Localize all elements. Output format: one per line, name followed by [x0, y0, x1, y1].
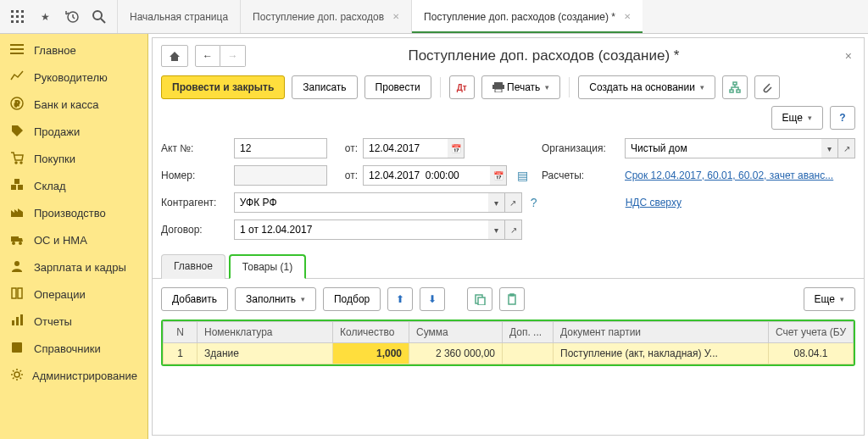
sidebar-item-production[interactable]: Производство	[0, 199, 147, 226]
calendar-icon[interactable]: 📅	[448, 138, 465, 158]
from-label-1: от:	[332, 142, 358, 154]
help-icon[interactable]: ?	[531, 196, 537, 209]
cell-acct[interactable]: 08.04.1	[769, 343, 854, 364]
counterparty-input[interactable]	[234, 192, 488, 213]
sidebar-item-hr[interactable]: Зарплата и кадры	[0, 253, 147, 281]
fill-button[interactable]: Заполнить▾	[235, 287, 316, 311]
open-icon[interactable]: ↗	[505, 220, 522, 240]
svg-point-28	[14, 261, 19, 266]
move-down-button[interactable]: ⬇	[420, 287, 445, 311]
goods-more-button[interactable]: Еще▾	[804, 287, 855, 311]
help-button[interactable]: ?	[830, 106, 855, 130]
svg-line-11	[101, 19, 105, 23]
col-qty[interactable]: Количество	[333, 322, 409, 343]
col-doc[interactable]: Документ партии	[554, 322, 769, 343]
close-icon[interactable]: ✕	[624, 12, 631, 21]
cell-n[interactable]: 1	[164, 343, 198, 364]
sidebar-item-reports[interactable]: Отчеты	[0, 308, 147, 335]
book-icon	[10, 341, 25, 356]
ruble-icon: ₽	[10, 97, 25, 112]
from-label-2: от:	[332, 169, 358, 181]
sidebar-item-main[interactable]: Главное	[0, 34, 147, 64]
cell-doc[interactable]: Поступление (акт, накладная) У...	[554, 343, 769, 364]
act-date-input[interactable]	[363, 138, 448, 158]
col-dop[interactable]: Доп. ...	[503, 322, 554, 343]
tab-additional-costs[interactable]: Поступление доп. расходов✕	[240, 0, 411, 33]
save-button[interactable]: Записать	[292, 75, 357, 99]
person-icon	[10, 259, 25, 275]
cell-qty[interactable]: 1,000	[333, 343, 409, 364]
act-number-input[interactable]	[234, 138, 327, 158]
movements-button[interactable]: Дт	[449, 75, 475, 99]
cell-dop[interactable]	[503, 343, 554, 364]
add-button[interactable]: Добавить	[161, 287, 228, 311]
more-button[interactable]: Еще▾	[771, 106, 823, 130]
open-icon[interactable]: ↗	[838, 138, 855, 158]
star-icon[interactable]: ★	[37, 9, 53, 25]
attach-button[interactable]	[754, 75, 780, 99]
subtab-goods[interactable]: Товары (1)	[229, 254, 306, 279]
svg-rect-7	[16, 20, 19, 23]
create-on-basis-button[interactable]: Создать на основании▾	[578, 75, 715, 99]
tab-start-page[interactable]: Начальная страница	[117, 0, 240, 33]
chevron-down-icon[interactable]: ▾	[488, 220, 505, 240]
hint-icon[interactable]: ▤	[517, 169, 528, 182]
copy-button[interactable]	[467, 287, 492, 311]
apps-icon[interactable]	[10, 9, 25, 25]
post-button[interactable]: Провести	[364, 75, 431, 99]
paste-button[interactable]	[499, 287, 525, 311]
col-sum[interactable]: Сумма	[409, 322, 503, 343]
sidebar-item-warehouse[interactable]: Склад	[0, 172, 147, 199]
search-icon[interactable]	[92, 9, 107, 25]
svg-rect-39	[495, 89, 502, 92]
open-icon[interactable]: ↗	[505, 192, 522, 213]
home-button[interactable]	[161, 45, 188, 67]
cell-sum[interactable]: 2 360 000,00	[409, 343, 503, 364]
cell-nomen[interactable]: Здание	[198, 343, 333, 364]
calculations-link[interactable]: Срок 12.04.2017, 60.01, 60.02, зачет ава…	[625, 169, 855, 181]
counterparty-label: Контрагент:	[161, 197, 229, 208]
main-toolbar: Провести и закрыть Записать Провести Дт …	[153, 72, 864, 138]
number-date-input[interactable]	[363, 165, 490, 186]
svg-marker-25	[19, 238, 23, 242]
sidebar-item-assets[interactable]: ОС и НМА	[0, 226, 147, 253]
post-and-close-button[interactable]: Провести и закрыть	[161, 75, 285, 99]
forward-button[interactable]: →	[220, 45, 246, 67]
history-icon[interactable]	[64, 9, 80, 25]
col-n[interactable]: N	[164, 322, 198, 343]
subtab-main[interactable]: Главное	[161, 254, 225, 279]
sidebar-item-bank[interactable]: ₽Банк и касса	[0, 91, 147, 118]
number-input[interactable]	[234, 165, 327, 186]
select-button[interactable]: Подбор	[323, 287, 381, 311]
calendar-icon[interactable]: 📅	[490, 165, 507, 186]
chevron-down-icon[interactable]: ▾	[821, 138, 838, 158]
sidebar-item-purchases[interactable]: Покупки	[0, 145, 147, 172]
sidebar-item-operations[interactable]: Операции	[0, 281, 147, 308]
relations-button[interactable]	[722, 75, 748, 99]
close-icon[interactable]: ✕	[392, 12, 399, 21]
cart-icon	[10, 151, 25, 166]
contract-input[interactable]	[234, 220, 488, 240]
sidebar-item-admin[interactable]: Администрирование	[0, 362, 147, 389]
chevron-down-icon[interactable]: ▾	[488, 192, 505, 213]
menu-icon	[10, 42, 25, 58]
calculations-label: Расчеты:	[542, 169, 618, 181]
svg-rect-13	[10, 48, 24, 50]
back-button[interactable]: ←	[195, 45, 220, 67]
organization-input[interactable]	[625, 138, 821, 158]
col-acct[interactable]: Счет учета (БУ	[769, 322, 854, 343]
svg-rect-12	[10, 44, 24, 46]
svg-rect-44	[478, 297, 485, 305]
col-nomen[interactable]: Номенклатура	[198, 322, 333, 343]
move-up-button[interactable]: ⬆	[387, 287, 413, 311]
vat-link[interactable]: НДС сверху	[626, 197, 682, 208]
close-button[interactable]: ×	[842, 49, 855, 63]
table-row[interactable]: 1 Здание 1,000 2 360 000,00 Поступление …	[164, 343, 854, 364]
sidebar-item-manager[interactable]: Руководителю	[0, 64, 147, 91]
print-button[interactable]: Печать▾	[481, 75, 561, 99]
sidebar-item-sales[interactable]: Продажи	[0, 118, 147, 145]
sidebar-item-catalogs[interactable]: Справочники	[0, 335, 147, 362]
gear-icon	[10, 368, 24, 383]
goods-toolbar: Добавить Заполнить▾ Подбор ⬆ ⬇ Еще▾	[153, 279, 864, 320]
tab-additional-costs-create[interactable]: Поступление доп. расходов (создание) *✕	[411, 0, 643, 33]
